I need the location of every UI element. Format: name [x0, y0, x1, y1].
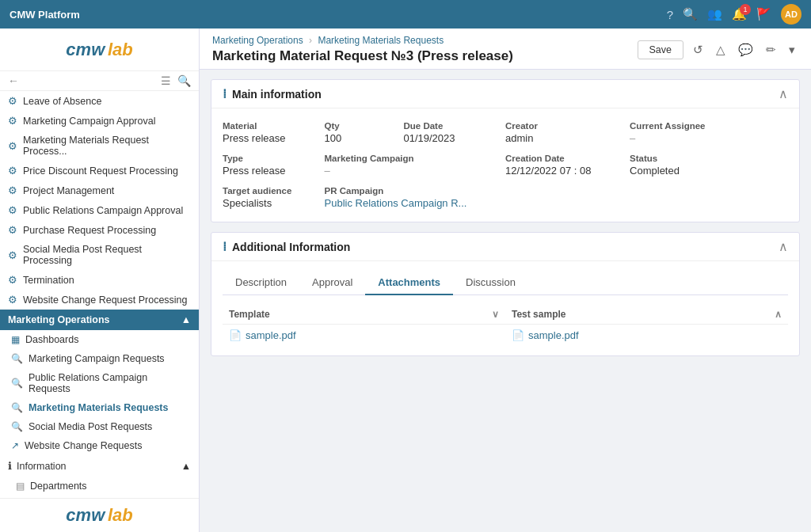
- comment-icon[interactable]: 💬: [735, 41, 756, 59]
- tab-attachments[interactable]: Attachments: [365, 271, 453, 295]
- sidebar-item-label: Price Discount Request Processing: [23, 165, 178, 177]
- flag-icon[interactable]: 🚩: [756, 7, 771, 21]
- sidebar-info-section[interactable]: ℹ Information ▲: [0, 455, 199, 477]
- sidebar-item-mcr[interactable]: 🔍 Marketing Campaign Requests: [0, 349, 199, 368]
- creation-date-label-t: Creation Date: [505, 154, 630, 163]
- edit-icon[interactable]: ✏: [763, 41, 779, 59]
- main-info-title: Main information: [232, 88, 322, 101]
- attachments-table: Template ∨ Test sample ∧: [223, 305, 788, 346]
- sidebar-item-smprp[interactable]: ⚙ Social Media Post Request Processing: [0, 240, 199, 270]
- template-col-toggle[interactable]: ∨: [492, 309, 499, 320]
- sidebar-sub-item-label: Marketing Materials Requests: [29, 402, 168, 413]
- logo-cmw: cmw: [66, 40, 105, 60]
- workflow-icon: ⚙: [8, 224, 17, 236]
- notification-badge[interactable]: 🔔 1: [732, 7, 747, 21]
- qty-value-t: 100: [325, 132, 404, 144]
- sidebar-sub-item-label: Website Change Requests: [25, 440, 142, 451]
- tab-discussion[interactable]: Discussion: [453, 271, 528, 295]
- additional-info-card: ⁞ Additional Information ∧ Description A…: [211, 232, 800, 356]
- sidebar-item-smpr[interactable]: 🔍 Social Media Post Requests: [0, 417, 199, 436]
- test-sample-col-header: Test sample ∧: [505, 305, 788, 325]
- info-circle-icon: ℹ: [8, 460, 12, 472]
- additional-info-title: Additional Information: [232, 241, 350, 253]
- chevron-down-icon[interactable]: ▾: [786, 41, 798, 59]
- sidebar-item-pm[interactable]: ⚙ Project Management: [0, 180, 199, 200]
- card-header-left: ⁞ Main information: [223, 86, 322, 101]
- template-file-link[interactable]: 📄 sample.pdf: [229, 329, 499, 341]
- sidebar-item-wcrp[interactable]: ⚙ Website Change Request Processing: [0, 290, 199, 310]
- pdf-icon-2: 📄: [512, 329, 524, 341]
- sidebar-item-dashboards[interactable]: ▦ Dashboards: [0, 330, 199, 349]
- sidebar-menu-icon[interactable]: ☰: [161, 74, 171, 87]
- tab-approval[interactable]: Approval: [299, 271, 365, 295]
- creator-value-t: admin: [505, 132, 630, 144]
- test-sample-col-toggle[interactable]: ∧: [775, 309, 782, 320]
- sidebar-item-mca[interactable]: ⚙ Marketing Campaign Approval: [0, 111, 199, 131]
- breadcrumb-separator: ›: [309, 35, 314, 46]
- header-left: Marketing Operations › Marketing Materia…: [212, 35, 513, 64]
- sidebar-item-label: Termination: [23, 275, 74, 286]
- template-col-header: Template ∨: [223, 305, 505, 325]
- info-table: Material Press release Qty 100 Due Date …: [223, 118, 788, 212]
- sidebar-item-label: Leave of Absence: [23, 96, 101, 107]
- help-icon[interactable]: ?: [667, 8, 673, 21]
- search-icon[interactable]: 🔍: [683, 7, 698, 21]
- sidebar-item-label: Public Relations Campaign Approval: [23, 205, 183, 216]
- test-sample-filename: sample.pdf: [528, 329, 579, 341]
- workflow-icon: ⚙: [8, 95, 17, 107]
- sidebar-item-label: Marketing Campaign Approval: [23, 116, 155, 127]
- workflow-icon: ⚙: [8, 204, 17, 216]
- content-area: Marketing Operations › Marketing Materia…: [200, 28, 811, 532]
- sidebar-item-mmrp[interactable]: ⚙ Marketing Materials Request Process...: [0, 131, 199, 161]
- search-list-icon: 🔍: [11, 421, 23, 432]
- main-info-card: ⁞ Main information ∧ Material Press rele…: [211, 79, 800, 222]
- breadcrumb-link-2[interactable]: Marketing Materials Requests: [318, 35, 444, 46]
- save-button[interactable]: Save: [638, 40, 684, 59]
- sidebar-item-prca[interactable]: ⚙ Public Relations Campaign Approval: [0, 200, 199, 220]
- sidebar-item-label: Marketing Materials Request Process...: [23, 135, 191, 157]
- refresh-icon[interactable]: ↺: [690, 41, 706, 59]
- breadcrumb-link-1[interactable]: Marketing Operations: [212, 35, 303, 46]
- sidebar-group-marketing-operations[interactable]: Marketing Operations ▲: [0, 310, 199, 330]
- creation-date-value-t: 12/12/2022 07 : 08: [505, 165, 630, 177]
- pr-campaign-label-t: PR Campaign: [325, 186, 630, 196]
- search-list-icon: 🔍: [11, 378, 23, 389]
- workflow-icon: ⚙: [8, 184, 17, 196]
- sidebar-sub-item-label: Public Relations Campaign Requests: [29, 372, 188, 394]
- sidebar-item-label: Social Media Post Request Processing: [23, 244, 191, 266]
- collapse-icon[interactable]: ∧: [779, 86, 788, 101]
- sidebar-item-prcr[interactable]: 🔍 Public Relations Campaign Requests: [0, 368, 199, 398]
- sidebar-item-term[interactable]: ⚙ Termination: [0, 270, 199, 290]
- sidebar-item-purp[interactable]: ⚙ Purchase Request Processing: [0, 220, 199, 240]
- tab-description[interactable]: Description: [223, 271, 299, 295]
- search-list-icon: 🔍: [11, 402, 23, 413]
- sidebar-item-pdrp[interactable]: ⚙ Price Discount Request Processing: [0, 161, 199, 180]
- main-info-card-header: ⁞ Main information ∧: [211, 80, 799, 108]
- chevron-up-icon: ▲: [181, 461, 191, 472]
- sidebar-group-label: Marketing Operations: [8, 314, 110, 325]
- alert-icon[interactable]: △: [713, 41, 729, 59]
- logo-lab: lab: [108, 40, 133, 60]
- sidebar-info-left: ℹ Information: [8, 460, 67, 472]
- sidebar-item-label: Website Change Request Processing: [23, 294, 188, 306]
- avatar[interactable]: AD: [781, 4, 801, 25]
- due-date-value-t: 01/19/2023: [403, 132, 505, 144]
- collapse-icon-2[interactable]: ∧: [779, 239, 788, 254]
- pr-campaign-value-t[interactable]: Public Relations Campaign R...: [325, 197, 630, 209]
- chevron-up-icon: ▲: [181, 314, 191, 325]
- users-icon[interactable]: 👥: [707, 7, 722, 21]
- sidebar-search-icon[interactable]: 🔍: [177, 74, 191, 87]
- sidebar-item-wcr[interactable]: ↗ Website Change Requests: [0, 436, 199, 455]
- sidebar-back-icon[interactable]: ←: [8, 74, 19, 87]
- dashboard-icon: ▦: [11, 334, 20, 345]
- test-sample-file-link[interactable]: 📄 sample.pdf: [512, 329, 782, 341]
- sidebar-sub-departments[interactable]: ▤ Departments: [0, 477, 199, 496]
- content-header: Marketing Operations › Marketing Materia…: [200, 28, 811, 70]
- sidebar-item-leave[interactable]: ⚙ Leave of Absence: [0, 91, 199, 111]
- sidebar-logo: cmw lab: [0, 28, 199, 71]
- sidebar-item-mmr[interactable]: 🔍 Marketing Materials Requests: [0, 398, 199, 417]
- due-date-label-t: Due Date: [403, 121, 505, 131]
- sidebar-sub-item-label: Dashboards: [25, 334, 78, 345]
- section-marker: ⁞: [223, 86, 227, 101]
- additional-info-body: Description Approval Attachments Discuss…: [211, 261, 799, 355]
